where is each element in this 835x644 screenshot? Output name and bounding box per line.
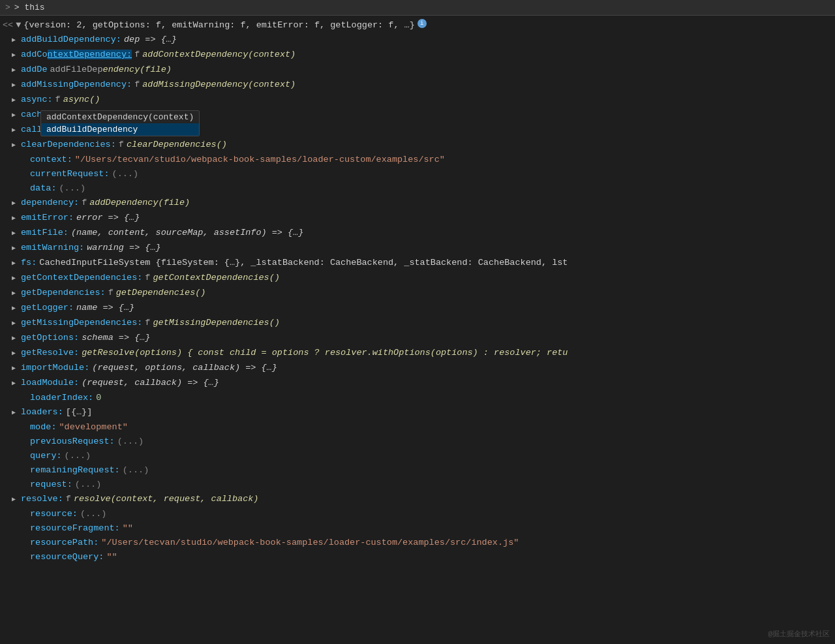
prop-emitFile[interactable]: emitFile: (name, content, sourceMap, ass… [0, 226, 835, 241]
triangle-addBuildDependency[interactable] [12, 33, 21, 47]
prop-resourceQuery: resourceQuery: "" [0, 550, 835, 564]
val-addMissingDependency: addMissingDependency(context) [142, 78, 296, 91]
triangle-resolve[interactable] [12, 493, 21, 506]
val-currentRequest: (...) [112, 168, 139, 181]
triangle-addMissingDependency[interactable] [12, 78, 21, 92]
prop-getOptions[interactable]: getOptions: schema => {…} [0, 331, 835, 346]
val-resource: (...) [80, 508, 107, 521]
prop-fs[interactable]: fs: CachedInputFileSystem {fileSystem: {… [0, 256, 835, 271]
f-label-7: f [119, 138, 124, 151]
triangle-clearDependencies[interactable] [12, 138, 21, 152]
prop-addContextDependency[interactable]: addContextDependency: f addContextDepend… [0, 48, 835, 63]
prop-resolve[interactable]: resolve: f resolve(context, request, cal… [0, 492, 835, 507]
triangle-emitWarning[interactable] [12, 241, 21, 255]
info-icon[interactable]: i [418, 19, 427, 28]
val-getMissingDependencies: getMissingDependencies() [153, 316, 279, 330]
key-mode: mode: [30, 421, 57, 434]
triangle-emitError[interactable] [12, 211, 21, 225]
triangle-callback[interactable] [12, 123, 21, 137]
prop-resourceFragment: resourceFragment: "" [0, 521, 835, 536]
val-resourcePath: "/Users/tecvan/studio/webpack-book-sampl… [101, 536, 519, 549]
triangle-cacheable[interactable] [12, 108, 21, 122]
prop-request: request: (...) [0, 478, 835, 492]
f-label-4: f [55, 93, 61, 106]
prop-resource: resource: (...) [0, 507, 835, 521]
autocomplete-item-addContextDependency[interactable]: addContextDependency(context) [41, 111, 199, 123]
prop-addMissingDependency[interactable]: addMissingDependency: f addMissingDepend… [0, 78, 835, 93]
triangle-emitFile[interactable] [12, 226, 21, 240]
prop-context: context: "/Users/tecvan/studio/webpack-b… [0, 153, 835, 167]
prop-getLogger[interactable]: getLogger: name => {…} [0, 301, 835, 316]
key-loaders: loaders: [21, 406, 63, 419]
triangle-async[interactable] [12, 93, 21, 107]
key-addMissingDependency: addMissingDependency: [21, 78, 132, 91]
root-object-summary: {version: 2, getOptions: f, emitWarning:… [23, 19, 415, 32]
val-remainingRequest: (...) [123, 464, 149, 477]
prop-query: query: (...) [0, 449, 835, 463]
key-request: request: [30, 478, 72, 491]
f-label-10: f [108, 286, 114, 299]
autocomplete-popup[interactable]: addContextDependency(context) addBuildDe… [40, 110, 200, 136]
autocomplete-item-addBuildDependency[interactable]: addBuildDependency [41, 123, 199, 136]
val-addBuildDependency: dep => {…} [124, 33, 177, 46]
triangle-dependency[interactable] [12, 196, 21, 210]
prop-async[interactable]: async: f async() [0, 93, 835, 108]
key-addContextDependency: addContextDependency: [21, 48, 132, 61]
val-context: "/Users/tecvan/studio/webpack-book-sampl… [75, 153, 445, 166]
triangle-getDependencies[interactable] [12, 286, 21, 300]
prop-getDependencies[interactable]: getDependencies: f getDependencies() [0, 286, 835, 301]
key-addBuildDependency: addBuildDependency: [21, 33, 121, 46]
key-resolve: resolve: [21, 493, 63, 506]
val-loaderIndex: 0 [96, 391, 101, 405]
prop-clearDependencies[interactable]: clearDependencies: f clearDependencies() [0, 138, 835, 153]
prop-getMissingDependencies[interactable]: getMissingDependencies: f getMissingDepe… [0, 316, 835, 331]
prop-getResolve[interactable]: getResolve: getResolve(options) { const … [0, 346, 835, 361]
content-area: << ▼ {version: 2, getOptions: f, emitWar… [0, 16, 835, 567]
expand-triangle[interactable]: ▼ [16, 19, 21, 32]
val-getDependencies: getDependencies() [116, 286, 206, 299]
f-label-2: addFileDep [50, 63, 103, 76]
key-currentRequest: currentRequest: [30, 168, 110, 181]
triangle-fs[interactable] [12, 256, 21, 270]
key-data: data: [30, 182, 57, 195]
f-label-12: f [66, 493, 71, 506]
prop-getContextDependencies[interactable]: getContextDependencies: f getContextDepe… [0, 271, 835, 286]
prop-mode: mode: "development" [0, 420, 835, 435]
prop-importModule[interactable]: importModule: (request, options, callbac… [0, 361, 835, 376]
prop-loaders[interactable]: loaders: [{…}] [0, 405, 835, 420]
val-previousRequest: (...) [117, 435, 144, 448]
root-object-line[interactable]: << ▼ {version: 2, getOptions: f, emitWar… [0, 18, 835, 33]
triangle-loaders[interactable] [12, 406, 21, 420]
key-loadModule: loadModule: [21, 376, 79, 390]
triangle-importModule[interactable] [12, 361, 21, 375]
triangle-addFileDependency[interactable] [12, 63, 21, 77]
val-resourceFragment: "" [123, 522, 133, 535]
val-request: (...) [75, 478, 102, 491]
prompt-text: > this [14, 3, 45, 12]
triangle-getContextDependencies[interactable] [12, 271, 21, 285]
prop-dependency[interactable]: dependency: f addDependency(file) [0, 196, 835, 211]
prop-loadModule[interactable]: loadModule: (request, callback) => {…} [0, 376, 835, 391]
key-loaderIndex: loaderIndex: [30, 391, 93, 405]
triangle-getLogger[interactable] [12, 301, 21, 315]
val-emitFile: (name, content, sourceMap, assetInfo) =>… [71, 226, 303, 239]
prop-emitError[interactable]: emitError: error => {…} [0, 211, 835, 226]
prop-addFileDependency[interactable]: addDe addFileDep endency(file) [0, 63, 835, 78]
triangle-getOptions[interactable] [12, 331, 21, 345]
key-emitWarning: emitWarning: [21, 241, 84, 254]
header-bar: > > this [0, 0, 835, 16]
key-getDependencies: getDependencies: [21, 286, 106, 299]
prop-emitWarning[interactable]: emitWarning: warning => {…} [0, 241, 835, 256]
triangle-loadModule[interactable] [12, 376, 21, 390]
prop-addBuildDependency[interactable]: addBuildDependency: dep => {…} [0, 33, 835, 48]
triangle-getResolve[interactable] [12, 346, 21, 360]
f-label-8: f [82, 196, 87, 209]
key-getMissingDependencies: getMissingDependencies: [21, 316, 142, 330]
val-emitWarning: warning => {…} [87, 241, 160, 254]
val-addContextDependency: addContextDependency(context) [142, 48, 296, 61]
val-getResolve: getResolve(options) { const child = opti… [82, 346, 568, 360]
triangle-getMissingDependencies[interactable] [12, 316, 21, 330]
triangle-addContextDependency[interactable] [12, 48, 21, 62]
console-wrapper: > > this << ▼ {version: 2, getOptions: f… [0, 0, 835, 644]
key-remainingRequest: remainingRequest: [30, 464, 120, 477]
